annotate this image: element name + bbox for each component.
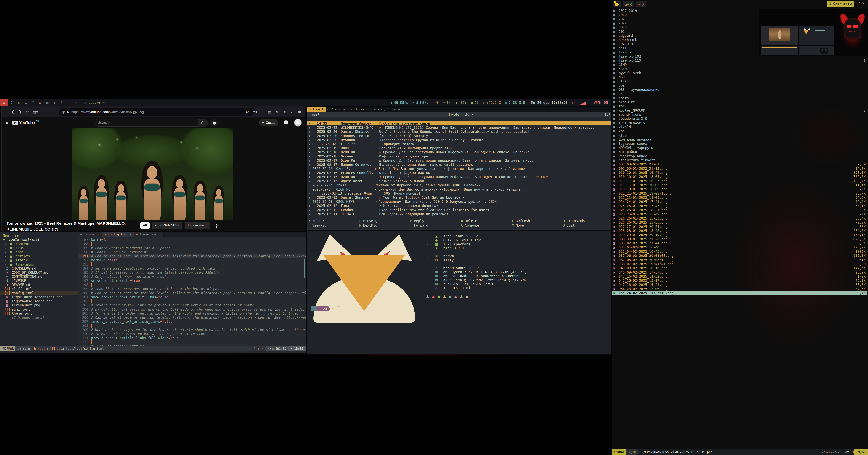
notifications-icon[interactable] [284, 120, 288, 124]
file-row[interactable]: ntek [612, 79, 867, 84]
email-row[interactable]: ● 2025-02-18 Оксана Инфориация для дирек… [307, 154, 611, 158]
create-button[interactable]: Create [259, 119, 278, 126]
file-row[interactable]: OBS - шумоподавление [612, 88, 867, 92]
file-row[interactable]: ok [612, 92, 867, 96]
buffer-tab[interactable]: ▤ theme.toml × [134, 232, 163, 237]
chat-icon[interactable]: ❝ [30, 100, 37, 105]
back-icon[interactable]: ❮ [9, 110, 17, 114]
hash-icon[interactable]: # [58, 100, 65, 105]
buffer-tab[interactable]: ▤ bspwmrc × [78, 232, 102, 237]
tree-item[interactable]: ▨ screenshot.png [0, 303, 78, 307]
email-row[interactable]: ● 2025-02-20 Неонила Экспресс-доставка г… [307, 138, 611, 142]
email-row[interactable]: ● 2025-02-15 Идите Лесом Четыре истории … [307, 179, 611, 183]
kitty-icon[interactable]: ᴥ [15, 100, 23, 105]
email-row[interactable]: ● ℓ 2025-02-13 Лебедева Юлия SOS! Нужна … [307, 191, 611, 196]
close-icon[interactable]: × [159, 233, 161, 236]
file-row[interactable]: 021_21-01-2025_18-08-1.png 86,7K [612, 191, 867, 196]
youtube-menu-icon[interactable]: ≡ [2, 120, 12, 125]
file-row[interactable]: pipewire [612, 100, 867, 104]
filter-chip[interactable]: Tomorrowland [185, 222, 210, 229]
workspace-label[interactable]: » ebspwm ~ [84, 101, 104, 104]
filter-chip[interactable]: From iNEGATIVE [152, 222, 182, 229]
tree-item[interactable]: (7 hidden items) [0, 316, 78, 320]
email-row[interactable]: ● 2025-02-16 Frances Connolly Donation o… [307, 171, 611, 175]
darkmode-icon[interactable]: ◐ [288, 110, 296, 114]
url-bar[interactable]: ◉ https://www.youtube.com/watch?v=5b8A-j… [59, 108, 254, 116]
forward-icon[interactable]: ❯ [17, 110, 24, 114]
tree-item[interactable]: ■ content [0, 242, 78, 246]
file-row[interactable]: NGU [612, 75, 867, 79]
email-row[interactable]: ● 2025-02-18 OZON_RU ✉ Срочно! Для Вас п… [307, 150, 611, 154]
file-row[interactable]: 010_10-01-2025_16-41.png 298,1K [612, 171, 867, 175]
email-row[interactable]: ● 2025-02-17 Ozon.Ru ✉ Срочно! Для Вас е… [307, 159, 611, 163]
file-row[interactable]: 037_06-02-2025_20:08:08.png 915,3K [612, 254, 867, 258]
email-row[interactable]: ● ℓ 2025-02-19 Ольга приведем заказы [307, 142, 611, 146]
screenshot-icon[interactable]: ⌗ [281, 110, 288, 114]
tree-item[interactable]: [T] cliff.toml [0, 287, 78, 291]
file-row[interactable]: 005_05-01-2025_21-13.png 14,2K [612, 166, 867, 171]
file-row[interactable]: Звуковая схема [612, 142, 867, 146]
tree-item[interactable]: § LICENSE [0, 279, 78, 283]
file-row[interactable]: 003_03-01-2025_21-01.png 2,6M [612, 162, 867, 166]
file-row[interactable]: 026_26-01-2025_15-49.png 74K [612, 212, 867, 216]
tree-item[interactable]: ▨ light_dark_screenshot.png [0, 295, 78, 299]
file-row[interactable]: 030_30-01-2025_21-20.png 678,9K [612, 237, 867, 241]
sidebar-icon[interactable]: ▤▾ [31, 110, 39, 114]
tree-item[interactable]: ■ templates [0, 262, 78, 266]
kitty-tab[interactable]: 3 rss [350, 107, 365, 111]
email-row[interactable]: 2025-02-14 Эльза Реклама от первого лица… [307, 183, 611, 187]
buffer-tab[interactable]: ▤ config.toml × [102, 232, 134, 237]
email-row[interactable]: ● 2025-02-20 YunoHost Forum [YunoHost Fo… [307, 134, 611, 138]
kitty-tab[interactable]: 5 radio [383, 107, 402, 111]
file-row[interactable]: speedometer3.0 [612, 117, 867, 121]
tree-item[interactable]: ■ sass [0, 250, 78, 254]
file-row[interactable]: 040_09-02-2025_10-16.png 147,5K [612, 266, 867, 270]
file-row[interactable]: 054_23-02-2025_12-06.png 87,6K [612, 287, 867, 291]
youtube-logo[interactable]: YouTube RU [12, 120, 39, 125]
email-row[interactable]: ● 2025-02-11 JETMAIL Ваш надежный подряд… [307, 212, 611, 216]
kitty-tab[interactable]: 2 whatsapp [326, 107, 350, 111]
tree-item[interactable]: ■ static [0, 258, 78, 262]
file-row[interactable]: vpn [612, 129, 867, 133]
file-row[interactable]: 035_04-02-2025_16-40.png 995,7K [612, 245, 867, 249]
tree-item[interactable]: ❖ README.md [0, 283, 78, 287]
file-row[interactable]: 029_29-01-2025_20-19.png 130,1K [612, 233, 867, 237]
chips-next-icon[interactable]: ❯ [215, 223, 218, 228]
file-row[interactable]: KSIN [612, 67, 867, 71]
file-row[interactable]: 027_27-01-2025_20-54.png 80K [612, 225, 867, 229]
scrollbar[interactable] [304, 259, 305, 278]
email-row[interactable]: ● 2025-02-20 Daniel Shnaider We Are Brea… [307, 130, 611, 134]
file-row[interactable]: 038_07-02-2025_19:41:41.png 2,2M [612, 262, 867, 266]
file-row[interactable]: 019_19-01-2025_16-09.png 20K [612, 187, 867, 191]
file-row[interactable]: статистика tinkoff 5 [612, 158, 867, 162]
tree-item[interactable]: ▨ lighthouse_score.png [0, 299, 78, 303]
neotree-root[interactable]: ~/zola_tabi/tabi [3, 238, 39, 242]
editor-buffer[interactable]: 187katex=false 188 189# Enable Mermaid d… [78, 238, 306, 346]
list-icon[interactable]: ≡ [65, 100, 72, 105]
email-row[interactable]: 2025-02-16 Ozon_Py ❢ Важно! Для Вас пост… [307, 167, 611, 171]
file-row[interactable]: НОРКОМ - маршруты [612, 146, 867, 150]
file-row[interactable]: 021_21-01-2025_18-08.png 84,6K [612, 196, 867, 200]
file-row[interactable]: 047_16-02-2025_15-17.png 45,9K [612, 279, 867, 283]
email-row[interactable]: 2025-02-13 OZON_NEWS ⍾ Поздравляем! Вам … [307, 200, 611, 204]
file-row[interactable]: 035_04-02-2025_16-45.png 1003K [612, 250, 867, 254]
file-row[interactable]: ros [612, 104, 867, 108]
shell-prompt[interactable]: ~ 1.20 $ [311, 306, 340, 312]
file-row[interactable]: test browsers [612, 121, 867, 125]
file-row[interactable]: opera [612, 96, 867, 100]
yazi-tab[interactable]: 2 X [856, 1, 867, 7]
files-icon[interactable]: ▤ [23, 100, 30, 105]
apps-icon[interactable]: ⊞ [37, 100, 44, 105]
rss-icon[interactable]: ⚏ [236, 110, 244, 114]
file-row[interactable]: sound-micro [612, 112, 867, 117]
tree-item[interactable]: ♥ CODE_OF_CONDUCT.md [0, 270, 78, 274]
file-row[interactable]: 047_16-02-2025_14-52.png 172K [612, 274, 867, 279]
file-row[interactable]: 011_11-01-2025_16-37.png 103,7K [612, 179, 867, 183]
kitty-tab[interactable]: 4 music [365, 107, 383, 111]
file-row[interactable]: 040_09-02-2025_17-37.png 20,9K [612, 270, 867, 274]
file-row[interactable]: Дом клик продажа [612, 137, 867, 141]
arch-launcher-icon[interactable]: ▲ [0, 99, 8, 106]
email-row[interactable]: ● 2025-02-12 Гала • Клиенты для вашего б… [307, 204, 611, 208]
file-row[interactable]: 024_24-01-2025_17-41.png 42,4K [612, 200, 867, 204]
reader-icon[interactable]: Aˣ [244, 110, 251, 114]
